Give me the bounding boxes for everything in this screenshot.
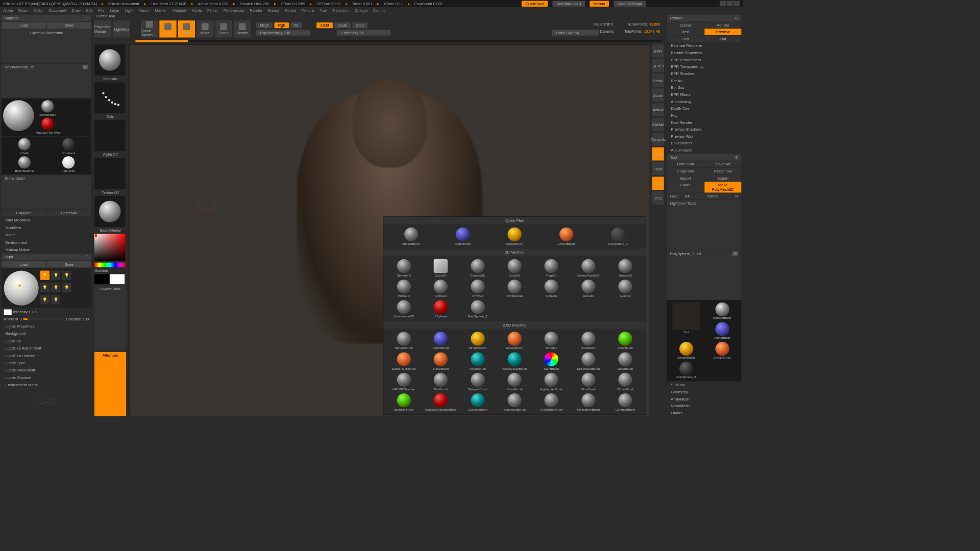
section-item[interactable]: Lights Type — [2, 360, 91, 366]
menu-item[interactable]: Preferences — [224, 8, 244, 12]
scroll-button[interactable]: Scroll — [652, 74, 664, 87]
load-material-button[interactable]: Load — [2, 22, 46, 29]
clone-button[interactable]: Clone — [667, 182, 704, 192]
material-thumb[interactable] — [18, 138, 31, 150]
menu-item[interactable]: Layer — [110, 8, 119, 12]
light-slot-8[interactable]: 💡 — [51, 295, 60, 304]
popup-item[interactable]: DirectionalBrush — [570, 352, 606, 371]
popup-item[interactable]: IntensityBrush — [386, 392, 422, 412]
popup-item[interactable]: ContrastBrush — [607, 392, 644, 412]
section-item[interactable]: BPR RenderPass — [667, 57, 742, 63]
swatch-secondary[interactable] — [94, 274, 109, 284]
material-thumb[interactable] — [41, 100, 54, 112]
aahalf-button[interactable]: AAHalf — [652, 118, 664, 131]
scale-button[interactable]: Scale — [215, 20, 232, 37]
popup-item[interactable]: HighlighterBrush — [570, 392, 606, 412]
popup-item[interactable]: SweepProfile3D — [570, 258, 606, 278]
pastemat-button[interactable]: PasteMat — [47, 210, 91, 216]
collapse-icon[interactable]: ⊙ — [735, 16, 738, 20]
xyz-button[interactable]: XYZ — [652, 191, 664, 205]
popup-item[interactable]: SaturationBrush — [497, 392, 533, 412]
tool-thumb[interactable] — [715, 342, 729, 356]
menu-item[interactable]: Light — [125, 8, 133, 12]
render-button[interactable]: Render — [704, 21, 741, 28]
popup-item[interactable]: SphereBrush — [386, 331, 422, 351]
popup-item[interactable]: SnakeHookBrush — [386, 352, 422, 371]
popup-item[interactable]: BumpBrush — [423, 352, 459, 371]
r-button[interactable]: R — [732, 193, 742, 199]
menus-button[interactable]: Menus — [590, 1, 609, 6]
dynamic-button[interactable]: Dynamic — [652, 133, 664, 146]
section-item[interactable]: Preview Shadows — [667, 126, 742, 133]
section-item[interactable]: BPR Shadow — [667, 70, 742, 77]
draw-size-slider[interactable]: Draw Size 64 — [552, 30, 599, 35]
section-layers[interactable]: Layers — [667, 410, 742, 416]
fast-button[interactable]: Fast — [667, 36, 704, 42]
section-item[interactable]: Environment — [667, 140, 742, 146]
popup-item[interactable]: Arrow3D — [459, 279, 496, 299]
floor-button[interactable]: Floor — [652, 162, 664, 176]
bpr-button[interactable]: BPR — [652, 44, 664, 58]
popup-item[interactable]: Sphere3D — [386, 258, 422, 278]
menu-item[interactable]: Edit — [86, 8, 93, 12]
light-slot-6[interactable]: 💡 — [62, 283, 71, 292]
popup-item[interactable]: Smudge — [533, 331, 570, 351]
menu-item[interactable]: Brush — [18, 8, 29, 12]
actual-button[interactable]: Actual — [652, 103, 664, 116]
menu-item[interactable]: Zplugin — [355, 8, 368, 12]
popup-item[interactable]: Gear3D — [607, 279, 644, 299]
save-material-button[interactable]: Save — [47, 22, 91, 29]
popup-item[interactable]: BlurBrush — [423, 372, 459, 392]
light-color[interactable] — [4, 309, 12, 315]
collapse-icon[interactable]: ⊙ — [735, 155, 738, 159]
menu-item[interactable]: Document — [48, 8, 66, 12]
color-picker[interactable] — [94, 234, 126, 261]
popup-item[interactable]: Sphereinder3D — [386, 299, 422, 319]
material-thumb[interactable] — [62, 156, 75, 168]
material-preview-small[interactable] — [94, 196, 126, 227]
menu-item[interactable]: Zscript — [373, 8, 385, 12]
section-item[interactable]: Lights Placement — [2, 367, 91, 373]
timeline-scrubber[interactable] — [135, 40, 188, 42]
popup-item[interactable]: Spiral3D — [533, 279, 570, 299]
popup-item[interactable]: MRGBZGrabber — [386, 372, 422, 392]
popup-item[interactable]: Circle3D — [423, 279, 459, 299]
section-nanomesh[interactable]: NanoMesh — [667, 403, 742, 409]
section-geometry[interactable]: Geometry — [667, 389, 742, 395]
popup-item[interactable]: ClonerBrush — [607, 372, 644, 392]
cursor-button[interactable]: Cursor — [667, 21, 704, 28]
alternate-button[interactable]: Alternate — [94, 352, 126, 416]
material-thumb[interactable] — [62, 138, 75, 150]
section-item[interactable]: Adjustments — [667, 147, 742, 154]
popup-item[interactable]: SimpleBrush — [489, 227, 540, 246]
minimize-icon[interactable] — [720, 1, 726, 7]
section-item[interactable]: LightCap Horizon — [2, 353, 91, 359]
popup-item[interactable]: PolySphere_3 — [459, 299, 496, 319]
section-subtool[interactable]: SubTool — [667, 382, 742, 388]
load-light-button[interactable]: Load — [2, 261, 46, 268]
mrgb-button[interactable]: Mrgb — [256, 22, 273, 28]
popup-item[interactable]: SphereBrush — [386, 227, 437, 246]
collapse-icon[interactable]: ⊙ — [85, 16, 88, 20]
section-item[interactable]: External Renderer — [667, 42, 742, 49]
popup-item[interactable]: Terrain3D — [607, 258, 644, 278]
draw-button[interactable]: Draw — [178, 20, 195, 37]
z-intensity-slider[interactable]: Z Intensity 25 — [336, 30, 390, 35]
popup-item[interactable]: SharpenBrush — [459, 372, 496, 392]
export-button[interactable]: Export — [704, 175, 741, 182]
all-button[interactable]: All — [681, 193, 693, 199]
move-button[interactable]: Move — [197, 20, 213, 37]
maximize-icon[interactable] — [727, 1, 733, 7]
popup-item[interactable]: FiberBrush — [607, 331, 644, 351]
popup-item[interactable]: DecoBrush — [607, 352, 644, 371]
popup-item[interactable]: ShadingEnhancerBrus — [423, 392, 459, 412]
popup-item[interactable]: PolyMesh3D — [497, 279, 533, 299]
zoom-button[interactable]: Zoom — [652, 89, 664, 102]
zcut-button[interactable]: Zcut — [352, 22, 368, 28]
persp-button[interactable]: Persp — [652, 147, 664, 161]
popup-item[interactable]: PaintBrush — [533, 352, 570, 371]
menu-item[interactable]: Texture — [302, 8, 314, 12]
pastetool-button[interactable]: Paste Tool — [704, 168, 741, 174]
projection-master-button[interactable]: Projection Master — [94, 20, 111, 37]
light-slot-2[interactable]: 💡 — [51, 271, 60, 280]
